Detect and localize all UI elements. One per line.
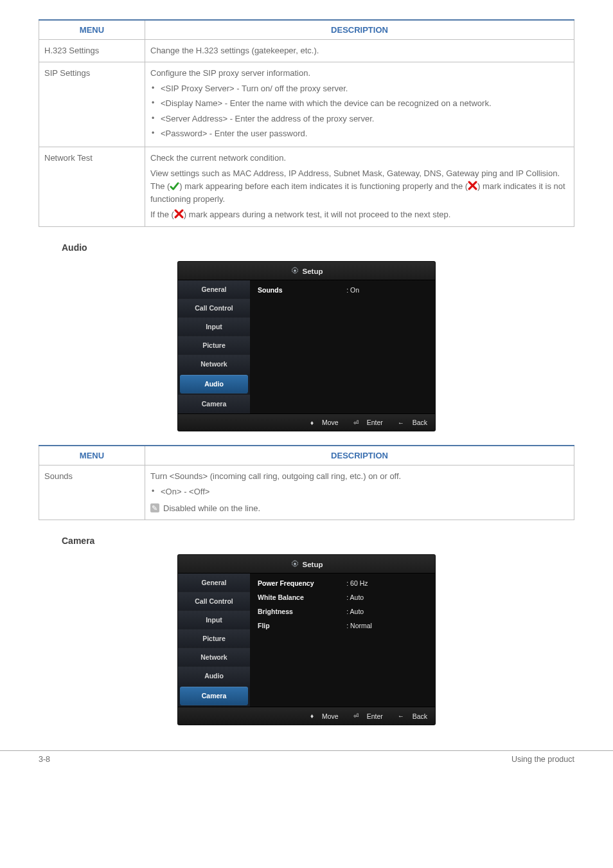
check-icon — [170, 181, 179, 190]
th-menu: MENU — [39, 446, 145, 466]
osd-row-label: Sounds — [258, 286, 346, 294]
enter-icon: ⏎ — [353, 712, 359, 719]
osd-row-flip[interactable]: Flip : Normal — [250, 619, 435, 633]
gear-icon — [290, 266, 299, 275]
nt-p3b: ) mark appears during a network test, it… — [184, 210, 451, 219]
osd-nav-network[interactable]: Network — [178, 355, 250, 374]
osd-row-value: : Normal — [346, 622, 427, 629]
page-number: 3-8 — [39, 755, 50, 764]
footer-back: ← Back — [391, 712, 427, 720]
nt-p3: If the () mark appears during a network … — [150, 208, 569, 221]
sip-intro: Configure the SIP proxy server informati… — [150, 67, 569, 80]
osd-row-power-frequency[interactable]: Power Frequency : 60 Hz — [250, 576, 435, 590]
updown-icon: ♦ — [310, 419, 314, 426]
osd-row-white-balance[interactable]: White Balance : Auto — [250, 590, 435, 604]
osd-nav-input[interactable]: Input — [178, 318, 250, 336]
osd-setup-audio: Setup General Call Control Input Picture… — [178, 262, 435, 431]
osd-nav: General Call Control Input Picture Netwo… — [178, 280, 250, 413]
svg-point-5 — [294, 563, 296, 566]
svg-point-4 — [294, 269, 296, 272]
osd-nav-call-control[interactable]: Call Control — [178, 299, 250, 318]
osd-nav-audio[interactable]: Audio — [180, 375, 248, 393]
sip-bullets: <SIP Proxy Server> - Turn on/ off the pr… — [150, 82, 569, 140]
sounds-intro: Turn <Sounds> (incoming call ring, outgo… — [150, 470, 569, 483]
back-arrow-icon: ← — [398, 712, 404, 719]
gear-icon — [290, 559, 299, 568]
menu-cell-sip: SIP Settings — [39, 62, 145, 147]
footer-back: ← Back — [391, 419, 427, 426]
osd-nav-call-control[interactable]: Call Control — [178, 592, 250, 611]
menu-table-2: MENU DESCRIPTION Sounds Turn <Sounds> (i… — [39, 445, 574, 520]
note-icon — [150, 503, 159, 512]
footer-move: ♦ Move — [304, 419, 339, 426]
menu-table-1: MENU DESCRIPTION H.323 Settings Change t… — [39, 19, 574, 227]
desc-cell-h323: Change the H.323 settings (gatekeeper, e… — [145, 40, 574, 62]
sounds-note-text: Disabled while on the line. — [163, 503, 260, 513]
osd-nav-general[interactable]: General — [178, 574, 250, 592]
osd-content: Power Frequency : 60 Hz White Balance : … — [250, 574, 435, 707]
x-icon — [174, 209, 184, 217]
table-row: SIP Settings Configure the SIP proxy ser… — [39, 62, 574, 147]
osd-row-label: Brightness — [258, 608, 346, 615]
section-heading-camera: Camera — [39, 532, 574, 551]
list-item: <Display Name> - Enter the name with whi… — [152, 97, 569, 110]
nt-p2b: ) mark appearing before each item indica… — [179, 181, 468, 191]
osd-row-sounds[interactable]: Sounds : On — [250, 283, 435, 297]
nt-p2: View settings such as MAC Address, IP Ad… — [150, 167, 569, 206]
th-description: DESCRIPTION — [145, 20, 574, 40]
osd-row-value: : 60 Hz — [346, 579, 427, 587]
osd-nav-camera[interactable]: Camera — [178, 395, 250, 413]
th-menu: MENU — [39, 20, 145, 40]
osd-footer: ♦ Move ⏎ Enter ← Back — [178, 413, 435, 431]
osd-footer: ♦ Move ⏎ Enter ← Back — [178, 707, 435, 725]
osd-row-value: : Auto — [346, 608, 427, 615]
nt-p1: Check the current network condition. — [150, 152, 569, 165]
x-icon — [468, 181, 477, 189]
table-row: H.323 Settings Change the H.323 settings… — [39, 40, 574, 62]
list-item: <On> - <Off> — [152, 485, 569, 498]
page-footer: 3-8 Using the product — [0, 750, 613, 777]
enter-icon: ⏎ — [353, 419, 359, 426]
desc-cell-sounds: Turn <Sounds> (incoming call ring, outgo… — [145, 466, 574, 520]
osd-nav-camera[interactable]: Camera — [180, 687, 248, 705]
updown-icon: ♦ — [310, 712, 314, 719]
osd-nav-picture[interactable]: Picture — [178, 336, 250, 355]
osd-nav-general[interactable]: General — [178, 280, 250, 299]
osd-nav-network[interactable]: Network — [178, 648, 250, 667]
menu-cell-network-test: Network Test — [39, 147, 145, 226]
sounds-note: Disabled while on the line. — [150, 502, 569, 515]
footer-move: ♦ Move — [304, 712, 339, 720]
page-section-title: Using the product — [511, 755, 574, 764]
osd-title: Setup — [178, 555, 435, 574]
osd-title-text: Setup — [303, 267, 323, 275]
osd-row-label: White Balance — [258, 593, 346, 601]
desc-cell-sip: Configure the SIP proxy server informati… — [145, 62, 574, 147]
back-arrow-icon: ← — [398, 419, 404, 426]
osd-row-label: Flip — [258, 622, 346, 629]
desc-cell-network-test: Check the current network condition. Vie… — [145, 147, 574, 226]
osd-title-text: Setup — [303, 561, 323, 568]
footer-enter: ⏎ Enter — [347, 419, 383, 426]
osd-nav-picture[interactable]: Picture — [178, 629, 250, 648]
osd-content: Sounds : On — [250, 280, 435, 413]
footer-enter: ⏎ Enter — [347, 712, 383, 720]
table-row: Sounds Turn <Sounds> (incoming call ring… — [39, 466, 574, 520]
osd-row-value: : Auto — [346, 593, 427, 601]
osd-title: Setup — [178, 262, 435, 280]
th-description: DESCRIPTION — [145, 446, 574, 466]
list-item: <Server Address> - Enter the address of … — [152, 113, 569, 125]
osd-row-brightness[interactable]: Brightness : Auto — [250, 604, 435, 619]
nt-p3a: If the ( — [150, 210, 174, 219]
list-item: <Password> - Enter the user password. — [152, 127, 569, 140]
list-item: <SIP Proxy Server> - Turn on/ off the pr… — [152, 82, 569, 95]
sounds-bullets: <On> - <Off> — [150, 485, 569, 498]
osd-nav-input[interactable]: Input — [178, 611, 250, 629]
osd-row-label: Power Frequency — [258, 579, 346, 587]
menu-cell-h323: H.323 Settings — [39, 40, 145, 62]
osd-nav-audio[interactable]: Audio — [178, 667, 250, 685]
osd-nav: General Call Control Input Picture Netwo… — [178, 574, 250, 707]
osd-setup-camera: Setup General Call Control Input Picture… — [178, 555, 435, 725]
table-row: Network Test Check the current network c… — [39, 147, 574, 226]
menu-cell-sounds: Sounds — [39, 466, 145, 520]
osd-row-value: : On — [346, 286, 427, 294]
